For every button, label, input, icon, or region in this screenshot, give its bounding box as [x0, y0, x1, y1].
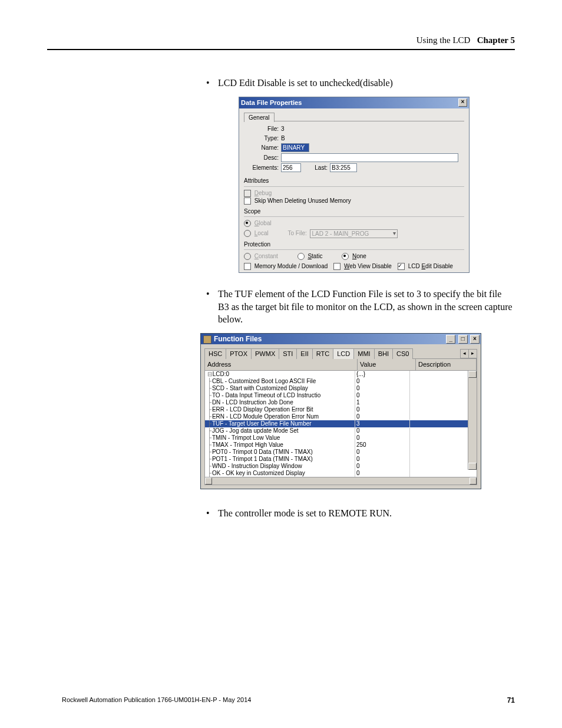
tab-rtc[interactable]: RTC	[312, 348, 333, 359]
web-view-label: Web View Disable	[344, 263, 392, 269]
tab-eii[interactable]: EII	[296, 348, 312, 359]
table-row[interactable]: ├ TUF - Target User Define File Number3	[205, 420, 477, 427]
scrollbar-vertical[interactable]	[468, 371, 477, 470]
skip-label: Skip When Deleting Unused Memory	[254, 197, 351, 204]
dialog-title: Data File Properties	[241, 98, 302, 107]
table-row[interactable]: ├ POT0 - Trimpot 0 Data (TMIN - TMAX)0	[205, 449, 477, 456]
tab-scroll: ◂ ▸	[461, 349, 477, 358]
bullet-text: LCD Edit Disable is set to unchecked(dis…	[218, 77, 515, 90]
table-row[interactable]: ├ TMAX - Trimpot High Value250	[205, 442, 477, 449]
function-files-window: Function Files _ □ × HSCPTOXPWMXSTIEIIRT…	[200, 333, 481, 489]
tab-mmi[interactable]: MMI	[353, 348, 374, 359]
scroll-right-icon[interactable]	[470, 477, 477, 485]
section-title: Using the LCD	[416, 35, 471, 45]
elements-input[interactable]: 256	[281, 163, 301, 172]
table-row[interactable]: ├ TO - Data Input Timeout of LCD Instruc…	[205, 392, 477, 399]
tab-ptox[interactable]: PTOX	[226, 348, 252, 359]
bullet-marker: •	[206, 288, 218, 326]
desc-input[interactable]	[281, 153, 458, 162]
table-row[interactable]: ├ OK - OK key in Customized Display0	[205, 470, 477, 477]
table-row[interactable]: ├ SCD - Start with Customized Display0	[205, 385, 477, 392]
col-address: Address	[205, 359, 358, 370]
bullet-3: • The controller mode is set to REMOTE R…	[206, 507, 515, 520]
tab-pwmx[interactable]: PWMX	[251, 348, 279, 359]
skip-checkbox[interactable]	[244, 197, 251, 205]
constant-radio	[244, 253, 251, 260]
bullet-text: The controller mode is set to REMOTE RUN…	[218, 507, 515, 520]
file-label: File:	[246, 125, 281, 133]
debug-label: Debug	[254, 190, 272, 196]
lcd-edit-label: LCD Edit Disable	[408, 263, 453, 269]
tab-scroll-left-icon[interactable]: ◂	[460, 349, 469, 358]
minimize-icon[interactable]: _	[446, 335, 455, 344]
protection-heading: Protection	[244, 241, 464, 249]
tofile-label: To File:	[287, 230, 306, 236]
window-titlebar: Function Files _ □ ×	[201, 334, 481, 344]
lcd-edit-checkbox[interactable]	[398, 263, 405, 270]
tab-general[interactable]: General	[244, 113, 275, 123]
close-icon[interactable]: ×	[470, 335, 480, 344]
tab-sti[interactable]: STI	[279, 348, 297, 359]
memory-module-label: Memory Module / Download	[254, 263, 328, 269]
scope-heading: Scope	[244, 207, 464, 216]
none-label: None	[352, 253, 366, 259]
type-label: Type:	[246, 134, 281, 143]
debug-checkbox	[244, 190, 251, 197]
chapter-label: Chapter 5	[477, 35, 515, 45]
bullet-marker: •	[206, 77, 218, 90]
scroll-left-icon[interactable]	[205, 477, 212, 485]
last-label: Last:	[301, 164, 330, 172]
table-row[interactable]: ├ JOG - Jog data update Mode Set0	[205, 427, 477, 434]
app-icon	[203, 335, 211, 344]
local-radio	[244, 230, 251, 237]
tabstrip: HSCPTOXPWMXSTIEIIRTCLCDMMIBHICS0 ◂ ▸	[204, 348, 477, 358]
table-row[interactable]: ├ CBL - Customized Boot Logo ASCII File0	[205, 378, 477, 385]
name-label: Name:	[246, 144, 281, 152]
type-value: B	[281, 134, 285, 143]
tab-cs0[interactable]: CS0	[392, 348, 413, 359]
constant-label: Constant	[254, 253, 278, 259]
static-label: Static	[308, 253, 322, 259]
tab-bhi[interactable]: BHI	[374, 348, 393, 359]
grid-body: ⊟ LCD:0{...}├ CBL - Customized Boot Logo…	[205, 371, 477, 477]
bullet-text: The TUF element of the LCD Function File…	[218, 288, 515, 326]
table-row[interactable]: ├ POT1 - Trimpot 1 Data (TMIN - TMAX)0	[205, 456, 477, 463]
bullet-marker: •	[206, 507, 218, 520]
tab-lcd[interactable]: LCD	[333, 348, 354, 359]
page-number: 71	[507, 696, 515, 704]
col-description: Description	[416, 359, 477, 370]
none-radio[interactable]	[342, 253, 349, 260]
attributes-heading: Attributes	[244, 177, 464, 185]
table-row[interactable]: ├ TMIN - Trimpot Low Value0	[205, 434, 477, 442]
table-row[interactable]: ⊟ LCD:0{...}	[205, 371, 477, 378]
grid-panel: Address Value Description ⊟ LCD:0{...}├ …	[204, 358, 477, 485]
last-input[interactable]: B3:255	[330, 163, 357, 172]
static-radio[interactable]	[297, 253, 305, 260]
page-footer: Rockwell Automation Publication 1766-UM0…	[62, 696, 515, 704]
window-title: Function Files	[214, 335, 262, 343]
desc-label: Desc:	[246, 154, 281, 162]
tab-scroll-right-icon[interactable]: ▸	[468, 349, 477, 358]
tab-hsc[interactable]: HSC	[204, 348, 226, 359]
global-radio	[244, 220, 251, 227]
table-row[interactable]: ├ ERR - LCD Display Operation Error Bit0	[205, 406, 477, 413]
table-row[interactable]: ├ DN - LCD Instruction Job Done1	[205, 399, 477, 406]
table-row[interactable]: ├ ERN - LCD Module Operation Error Num0	[205, 413, 477, 420]
publication-info: Rockwell Automation Publication 1766-UM0…	[62, 696, 251, 704]
web-view-checkbox[interactable]	[333, 263, 340, 270]
figure-data-file-properties: Data File Properties × General File: 3 T…	[206, 97, 515, 274]
local-label: Local	[254, 230, 269, 236]
bullet-1: • LCD Edit Disable is set to unchecked(d…	[206, 77, 515, 90]
memory-module-checkbox[interactable]	[244, 263, 251, 270]
table-row[interactable]: ├ WND - Instruction Display Window0	[205, 463, 477, 470]
close-icon[interactable]: ×	[458, 98, 467, 107]
data-file-properties-dialog: Data File Properties × General File: 3 T…	[239, 97, 470, 274]
page-header: Using the LCD Chapter 5	[47, 35, 515, 50]
dialog-titlebar: Data File Properties ×	[239, 97, 469, 108]
file-value: 3	[281, 125, 285, 133]
name-input[interactable]: BINARY	[281, 143, 309, 152]
maximize-icon[interactable]: □	[458, 335, 468, 344]
scrollbar-horizontal[interactable]	[205, 477, 477, 485]
tofile-combo: LAD 2 - MAIN_PROG	[310, 229, 398, 238]
figure-function-files: Function Files _ □ × HSCPTOXPWMXSTIEIIRT…	[200, 333, 515, 489]
